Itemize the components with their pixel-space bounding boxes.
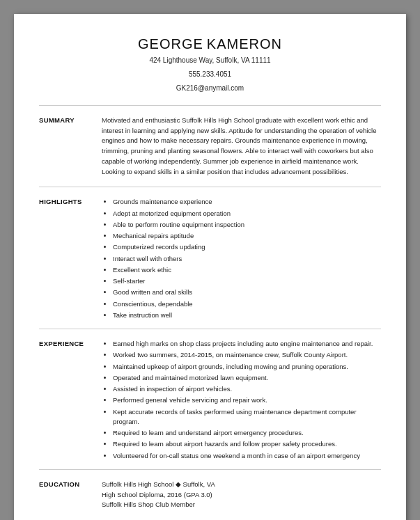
list-item: Computerized records updating [113, 242, 381, 252]
header-address: 424 Lighthouse Way, Suffolk, VA 11111 [39, 55, 381, 66]
list-item: Grounds maintenance experience [113, 197, 381, 207]
list-item: Required to learn and understand airport… [113, 428, 381, 438]
education-line2: High School Diploma, 2016 (GPA 3.0) [102, 490, 381, 501]
list-item: Performed general vehicle servicing and … [113, 395, 381, 405]
header-email: GK216@anymail.com [39, 83, 381, 94]
last-name: KAMERON [207, 36, 282, 52]
resume-page: GEORGE KAMERON 424 Lighthouse Way, Suffo… [14, 14, 406, 520]
list-item: Self-starter [113, 276, 381, 286]
list-item: Maintained upkeep of airport grounds, in… [113, 362, 381, 372]
list-item: Able to perform routine equipment inspec… [113, 220, 381, 230]
highlights-list: Grounds maintenance experienceAdept at m… [102, 197, 381, 320]
list-item: Earned high marks on shop class projects… [113, 339, 381, 349]
education-content: Suffolk Hills High School ◆ Suffolk, VA … [102, 480, 381, 510]
resume-header: GEORGE KAMERON 424 Lighthouse Way, Suffo… [39, 36, 381, 94]
list-item: Operated and maintained motorized lawn e… [113, 373, 381, 383]
summary-divider [39, 187, 381, 187]
summary-label: SUMMARY [39, 116, 102, 180]
list-item: Required to learn about airport hazards … [113, 439, 381, 449]
list-item: Take instruction well [113, 310, 381, 320]
summary-text: Motivated and enthusiastic Suffolk Hills… [102, 116, 381, 177]
summary-content: Motivated and enthusiastic Suffolk Hills… [102, 116, 381, 180]
experience-content: Earned high marks on shop class projects… [102, 339, 381, 462]
list-item: Good written and oral skills [113, 287, 381, 297]
list-item: Assisted in inspection of airport vehicl… [113, 384, 381, 394]
education-line1: Suffolk Hills High School ◆ Suffolk, VA [102, 480, 381, 490]
list-item: Conscientious, dependable [113, 299, 381, 309]
highlights-content: Grounds maintenance experienceAdept at m… [102, 197, 381, 322]
list-item: Interact well with others [113, 254, 381, 264]
list-item: Excellent work ethic [113, 265, 381, 275]
experience-label: EXPERIENCE [39, 339, 102, 462]
highlights-label: HIGHLIGHTS [39, 197, 102, 322]
list-item: Kept accurate records of tasks performed… [113, 407, 381, 427]
experience-list: Earned high marks on shop class projects… [102, 339, 381, 461]
list-item: Volunteered for on-call status one weeke… [113, 451, 381, 461]
education-line3: Suffolk Hills Shop Club Member [102, 500, 381, 510]
summary-section: SUMMARY Motivated and enthusiastic Suffo… [39, 116, 381, 180]
list-item: Adept at motorized equipment operation [113, 209, 381, 219]
highlights-divider [39, 329, 381, 329]
list-item: Worked two summers, 2014-2015, on mainte… [113, 350, 381, 360]
education-section: EDUCATION Suffolk Hills High School ◆ Su… [39, 480, 381, 510]
first-name: GEORGE [138, 36, 203, 52]
highlights-section: HIGHLIGHTS Grounds maintenance experienc… [39, 197, 381, 322]
name-row: GEORGE KAMERON [39, 36, 381, 52]
experience-section: EXPERIENCE Earned high marks on shop cla… [39, 339, 381, 462]
header-divider [39, 105, 381, 106]
list-item: Mechanical repairs aptitude [113, 231, 381, 241]
header-phone: 555.233.4051 [39, 69, 381, 80]
education-label: EDUCATION [39, 480, 102, 510]
experience-divider [39, 469, 381, 470]
